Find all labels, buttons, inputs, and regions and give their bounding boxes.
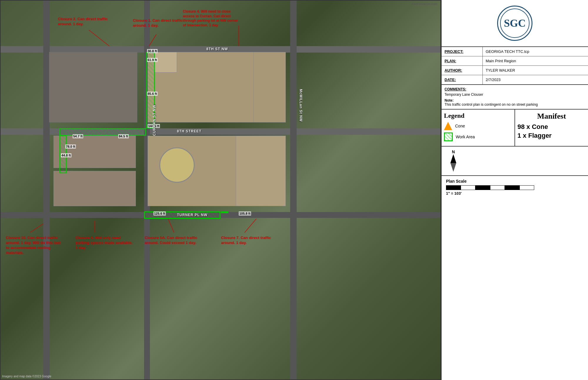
plan-row: PLAN: Main Print Region <box>442 56 588 66</box>
plan-value: Main Print Region <box>483 56 588 65</box>
scale-seg-4 <box>490 185 505 190</box>
manifest-cone-item: 98 x Cone <box>517 123 586 131</box>
legend-cone-item: Cone <box>444 122 512 130</box>
manifest-section: Manifest 98 x Cone 1 x Flagger <box>515 110 588 146</box>
compass-arrow-up <box>450 154 456 163</box>
compass-arrow-down <box>450 163 456 172</box>
annotation-closure1: Closure 1. Can direct traffic around. 1 … <box>133 18 192 28</box>
street-8th: 8TH STREET <box>177 129 201 133</box>
date-value: 2/7/2023 <box>483 75 588 84</box>
annotation-closure7: Closure 7. Can direct traffic around. 1 … <box>221 236 280 246</box>
distance-308: 30.8 ft <box>147 49 158 53</box>
copyright: Imagery and map data ©2023 Google <box>2 375 51 378</box>
compass: N <box>450 149 456 172</box>
manifest-flagger-label: Flagger <box>528 132 552 139</box>
scale-seg-2 <box>461 185 475 190</box>
scale-area: Plan Scale 1" = 103' <box>442 176 588 380</box>
project-row: PROJECT: GEORIGA TECH TTC.tcp <box>442 47 588 56</box>
scale-seg-1 <box>446 185 461 190</box>
street-mcmillan: McMILLan St NW <box>299 89 303 122</box>
date-row: DATE: 2/7/2023 <box>442 75 588 84</box>
compass-area: N <box>442 147 588 176</box>
comments-text1: Temporary Lane Clouser <box>445 93 585 97</box>
annotation-closure2: Closure 2. Can direct traffic around. 1 … <box>58 17 117 27</box>
distance-547: 54.7 ft <box>73 134 83 138</box>
comments-label: COMMENTS: <box>445 87 585 91</box>
watermark: www.invarion.com <box>411 2 437 6</box>
legend-title: Legend <box>444 112 512 120</box>
sidebar: SGC PROJECT: GEORIGA TECH TTC.tcp PLAN: … <box>441 0 588 380</box>
legend-workarea-item: Work Area <box>444 132 512 141</box>
plan-label: PLAN: <box>442 56 483 65</box>
cone-icon <box>444 122 452 130</box>
legend-workarea-label: Work Area <box>456 134 475 139</box>
manifest-cone-label: Cone <box>532 123 548 130</box>
distance-619: 61.9 ft <box>147 58 158 62</box>
distance-780: 78.0 ft <box>65 144 76 149</box>
author-row: AUTHOR: TYLER WALKER <box>442 66 588 75</box>
sgc-logo-text: SGC <box>500 9 529 38</box>
distance-1256: 125.6 ft <box>153 211 166 216</box>
author-value: TYLER WALKER <box>483 66 588 75</box>
comments-note-text: This traffic control plan is contingent … <box>445 102 585 107</box>
project-info: PROJECT: GEORIGA TECH TTC.tcp PLAN: Main… <box>442 47 588 85</box>
street-8th-nw: 8TH ST NW <box>206 47 228 51</box>
project-value: GEORIGA TECH TTC.tcp <box>483 47 588 56</box>
workarea-icon <box>444 132 453 141</box>
compass-north-label: N <box>452 149 455 154</box>
date-label: DATE: <box>442 75 483 84</box>
map-area: 30.8 ft 61.9 ft 85.6 ft 144.6 ft 54.7 ft… <box>0 0 441 380</box>
scale-seg-5 <box>505 185 519 190</box>
street-curran: CURRAN ST NW <box>152 105 156 136</box>
manifest-flagger-count: 1 x <box>517 132 527 139</box>
annotation-closure10: Closure 10. Can direct traffic around. 1… <box>6 236 65 255</box>
comments-area: COMMENTS: Temporary Lane Clouser Note: T… <box>442 85 588 110</box>
annotation-closure5a: Closure 5A. Can direct traffic around. C… <box>145 236 203 246</box>
main-container: 30.8 ft 61.9 ft 85.6 ft 144.6 ft 54.7 ft… <box>0 0 588 380</box>
logo-area: SGC <box>442 0 588 47</box>
annotation-closure5: Closure 5. Will only need parking spaces… <box>76 236 134 250</box>
distance-856: 85.6 ft <box>147 92 158 96</box>
project-label: PROJECT: <box>442 47 483 56</box>
distance-1058: 105.8 ft <box>239 211 251 216</box>
legend-cone-label: Cone <box>455 124 465 128</box>
scale-title: Plan Scale <box>446 179 584 184</box>
annotation-closure4: Closure 4. Will need to close access to … <box>183 9 242 28</box>
sgc-logo: SGC <box>497 6 532 41</box>
author-label: AUTHOR: <box>442 66 483 75</box>
street-turner: TURNER PL NW <box>177 213 208 217</box>
manifest-flagger-item: 1 x Flagger <box>517 132 586 139</box>
distance-845: 84.5 ft <box>118 134 129 138</box>
distance-448: 44.8 ft <box>61 153 71 157</box>
scale-label: 1" = 103' <box>446 191 584 196</box>
scale-bar-container <box>446 185 584 190</box>
scale-bar <box>446 185 534 190</box>
scale-seg-6 <box>519 185 534 190</box>
legend-manifest: Legend Cone Work Area Manifest 98 x Cone… <box>442 110 588 147</box>
legend-section: Legend Cone Work Area <box>442 110 515 146</box>
manifest-cone-count: 98 x <box>517 123 530 130</box>
scale-seg-3 <box>475 185 490 190</box>
comments-note-label: Note: <box>445 98 585 102</box>
manifest-title: Manifest <box>517 112 586 121</box>
